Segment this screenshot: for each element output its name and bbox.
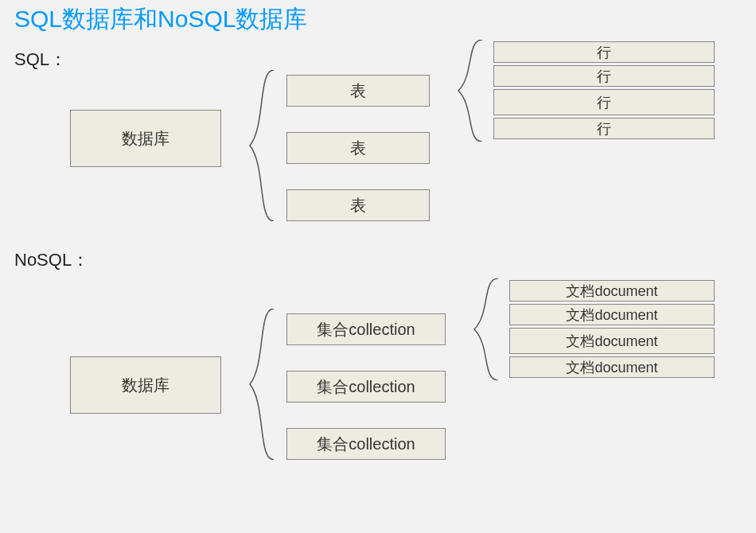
nosql-document-box: 文档document [509,304,715,325]
sql-database-box: 数据库 [70,110,221,167]
brace-sql-table-to-rows [436,40,482,142]
brace-sql-db-to-tables [228,70,274,221]
sql-table-box: 表 [286,75,430,107]
diagram-title: SQL数据库和NoSQL数据库 [14,3,307,36]
nosql-database-box: 数据库 [70,356,221,414]
nosql-document-box: 文档document [509,280,715,302]
sql-row-box: 行 [493,118,715,139]
sql-section-label: SQL： [14,48,67,72]
nosql-document-box: 文档document [509,356,715,378]
sql-row-box: 行 [493,41,715,63]
sql-table-box: 表 [286,132,430,164]
sql-table-box: 表 [286,189,430,221]
nosql-collection-box: 集合collection [286,371,446,403]
sql-row-box: 行 [493,89,715,115]
sql-row-box: 行 [493,65,715,87]
brace-nosql-collection-to-documents [452,278,498,380]
brace-nosql-db-to-collections [228,309,274,460]
nosql-collection-box: 集合collection [286,428,446,460]
nosql-section-label: NoSQL： [14,248,89,272]
nosql-collection-box: 集合collection [286,313,446,345]
nosql-document-box: 文档document [509,328,715,354]
